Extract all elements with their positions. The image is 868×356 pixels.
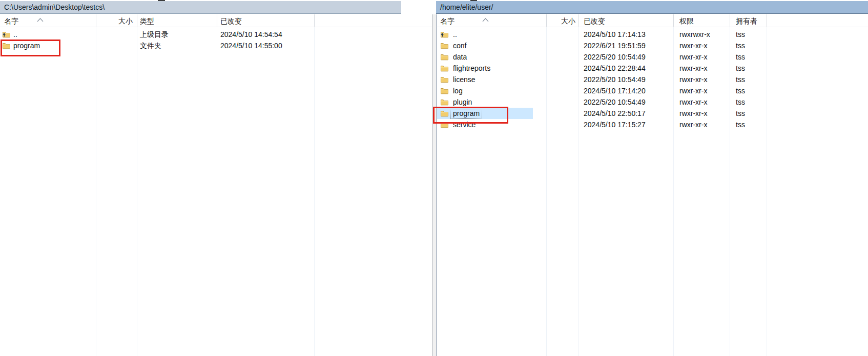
- file-owner: tss: [736, 96, 745, 108]
- folder-icon: [440, 98, 449, 106]
- annotation-red-box-remote-program: [433, 107, 508, 124]
- file-permissions: rwxr-xr-x: [679, 85, 707, 96]
- file-name: ..: [13, 29, 17, 40]
- file-owner: tss: [736, 40, 745, 51]
- column-grid-line: [137, 14, 137, 356]
- file-owner: tss: [736, 85, 745, 96]
- column-header-owner[interactable]: 拥有者: [736, 14, 766, 27]
- file-row-parent[interactable]: ..2024/5/10 17:14:13rwxrwxr-xtss: [437, 29, 868, 40]
- parent-dir-icon: [440, 30, 449, 38]
- remote-file-list[interactable]: 名字大小已改变权限拥有者 ..2024/5/10 17:14:13rwxrwxr…: [436, 14, 868, 356]
- column-header-name[interactable]: 名字: [4, 14, 91, 27]
- file-type: 文件夹: [140, 40, 161, 51]
- file-permissions: rwxr-xr-x: [679, 74, 707, 85]
- file-size: [546, 51, 575, 63]
- file-changed: 2024/5/10 17:15:27: [584, 119, 646, 130]
- file-size: [546, 108, 575, 119]
- file-changed: 2022/6/21 19:51:59: [584, 40, 646, 51]
- file-owner: tss: [736, 108, 745, 119]
- file-changed: 2024/5/10 14:54:54: [220, 29, 282, 40]
- annotation-red-box-local-program: [1, 39, 60, 56]
- file-owner: tss: [736, 29, 745, 40]
- file-name: ..: [453, 29, 457, 40]
- file-row-plugin[interactable]: plugin2022/5/20 10:54:49rwxr-xr-xtss: [437, 96, 868, 108]
- file-permissions: rwxrwxr-x: [679, 29, 710, 40]
- file-name: log: [453, 85, 463, 96]
- folder-icon: [440, 75, 449, 84]
- file-row-flightreports[interactable]: flightreports2024/5/10 22:28:44rwxr-xr-x…: [437, 63, 868, 74]
- file-row-conf[interactable]: conf2022/6/21 19:51:59rwxr-xr-xtss: [437, 40, 868, 51]
- file-manager-window: C:\Users\admin\Desktop\testcs\ /home/eli…: [0, 0, 868, 356]
- column-header-permissions[interactable]: 权限: [679, 14, 728, 27]
- file-permissions: rwxr-xr-x: [679, 63, 707, 74]
- local-file-list[interactable]: 名字大小类型已改变 ..上级目录2024/5/10 14:54:54 progr…: [0, 14, 432, 356]
- file-changed: 2024/5/10 22:28:44: [584, 63, 646, 74]
- file-row-log[interactable]: log2024/5/10 17:14:20rwxr-xr-xtss: [437, 85, 868, 96]
- column-header-size[interactable]: 大小: [96, 14, 136, 27]
- column-grid-line: [217, 14, 217, 356]
- file-changed: 2024/5/10 17:14:20: [584, 85, 646, 96]
- file-size: [546, 96, 575, 108]
- sort-ascending-icon: [482, 15, 489, 24]
- file-size: [546, 85, 575, 96]
- file-row-license[interactable]: license2022/5/20 10:54:49rwxr-xr-xtss: [437, 74, 868, 85]
- file-changed: 2022/5/20 10:54:49: [584, 74, 646, 85]
- sort-ascending-icon: [37, 15, 44, 24]
- file-size: [546, 63, 575, 74]
- folder-icon: [440, 53, 449, 61]
- file-permissions: rwxr-xr-x: [679, 40, 707, 51]
- file-permissions: rwxr-xr-x: [679, 108, 707, 119]
- folder-icon: [440, 87, 449, 95]
- file-name: plugin: [453, 96, 472, 108]
- file-owner: tss: [736, 63, 745, 74]
- file-changed: 2022/5/20 10:54:49: [584, 51, 646, 63]
- file-changed: 2022/5/20 10:54:49: [584, 96, 646, 108]
- column-header-row: 名字大小类型已改变: [0, 14, 432, 27]
- local-path-bar[interactable]: C:\Users\admin\Desktop\testcs\: [0, 1, 401, 14]
- file-size: [546, 119, 575, 130]
- file-permissions: rwxr-xr-x: [679, 96, 707, 108]
- column-header-changed[interactable]: 已改变: [220, 14, 313, 27]
- column-header-size[interactable]: 大小: [546, 14, 578, 27]
- file-type: 上级目录: [140, 29, 169, 40]
- file-size: [96, 40, 130, 51]
- file-size: [546, 29, 575, 40]
- file-name: flightreports: [453, 63, 490, 74]
- file-changed: 2024/5/10 22:50:17: [584, 108, 646, 119]
- file-owner: tss: [736, 74, 745, 85]
- folder-icon: [440, 42, 449, 50]
- file-name: license: [453, 74, 476, 85]
- file-size: [546, 40, 575, 51]
- remote-path-bar[interactable]: /home/elite/user/: [436, 1, 868, 14]
- parent-dir-icon: [2, 30, 11, 38]
- file-changed: 2024/5/10 17:14:13: [584, 29, 646, 40]
- file-name: data: [453, 51, 467, 63]
- column-header-changed[interactable]: 已改变: [584, 14, 672, 27]
- file-owner: tss: [736, 51, 745, 63]
- column-grid-line: [314, 14, 315, 356]
- column-header-name[interactable]: 名字: [440, 14, 542, 27]
- panel-splitter[interactable]: [432, 14, 436, 356]
- file-changed: 2024/5/10 14:55:00: [220, 40, 282, 51]
- file-row-parent[interactable]: ..上级目录2024/5/10 14:54:54: [0, 29, 432, 40]
- column-grid-line: [96, 14, 96, 356]
- file-permissions: rwxr-xr-x: [679, 119, 707, 130]
- folder-icon: [440, 64, 449, 72]
- file-permissions: rwxr-xr-x: [679, 51, 707, 63]
- file-owner: tss: [736, 119, 745, 130]
- column-header-row: 名字大小已改变权限拥有者: [437, 14, 868, 27]
- file-row-data[interactable]: data2022/5/20 10:54:49rwxr-xr-xtss: [437, 51, 868, 63]
- file-name: conf: [453, 40, 466, 51]
- file-size: [546, 74, 575, 85]
- column-header-type[interactable]: 类型: [140, 14, 214, 27]
- file-row-program[interactable]: program文件夹2024/5/10 14:55:00: [0, 40, 432, 51]
- file-size: [96, 29, 130, 40]
